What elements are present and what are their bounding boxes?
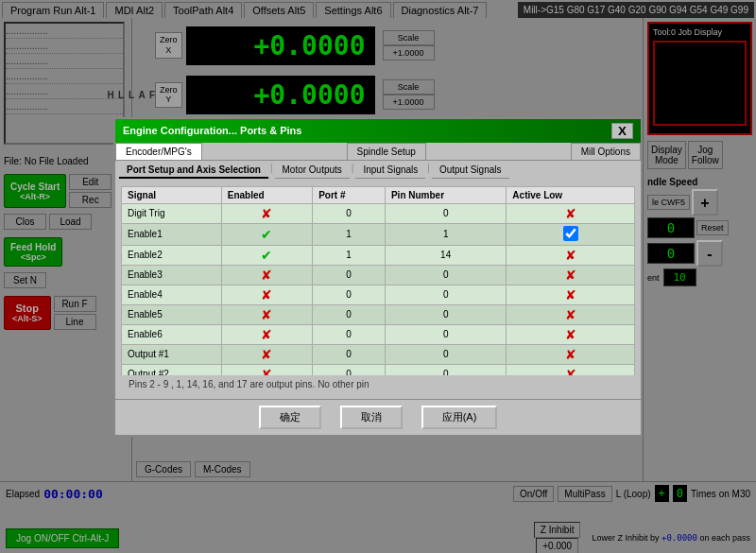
modal-apply-button[interactable]: 应用(A) — [421, 406, 498, 429]
modal-title-bar: Engine Configuration... Ports & Pins X — [115, 119, 641, 143]
signal-pin: 0 — [385, 203, 506, 223]
signal-name: Output #1 — [122, 344, 222, 364]
signal-port: 1 — [313, 245, 386, 265]
modal-subtab-motor[interactable]: Motor Outputs — [275, 163, 350, 179]
signal-enabled[interactable]: ✘ — [221, 304, 312, 324]
modal-content: Signal Enabled Port # Pin Number Active … — [115, 181, 641, 399]
signal-port: 0 — [313, 324, 386, 344]
signal-port: 0 — [313, 265, 386, 285]
check-red-icon: ✘ — [261, 287, 272, 302]
modal-subtab-input[interactable]: Input Signals — [355, 163, 425, 179]
signal-pin: 0 — [385, 265, 506, 285]
check-red-icon: ✘ — [565, 367, 576, 375]
signal-pin: 0 — [385, 285, 506, 304]
modal-tab-bar: Encoder/MPG's Spindle Setup Mill Options — [115, 143, 641, 161]
signal-enabled[interactable]: ✔ — [221, 245, 312, 265]
signal-active-low[interactable]: ✘ — [507, 364, 635, 375]
signal-port: 0 — [313, 285, 386, 304]
signal-port: 0 — [313, 364, 386, 375]
check-red-icon: ✘ — [565, 287, 576, 302]
signal-name: Enable5 — [122, 304, 222, 324]
signal-active-low[interactable]: ✘ — [507, 304, 635, 324]
col-enabled: Enabled — [221, 186, 312, 203]
table-row: Enable6✘00✘ — [122, 324, 635, 344]
check-red-icon: ✘ — [565, 248, 576, 263]
signal-pin: 0 — [385, 344, 506, 364]
check-green-icon: ✔ — [261, 227, 272, 242]
signal-name: Enable4 — [122, 285, 222, 304]
modal-tab-spindle[interactable]: Spindle Setup — [347, 143, 426, 160]
signal-pin: 14 — [385, 245, 506, 265]
table-row: Enable4✘00✘ — [122, 285, 635, 304]
signal-name: Digit Trig — [122, 203, 222, 223]
signal-active-low[interactable]: ✘ — [507, 324, 635, 344]
check-red-icon: ✘ — [261, 307, 272, 322]
signal-name: Enable2 — [122, 245, 222, 265]
table-row: Enable2✔114✘ — [122, 245, 635, 265]
signal-active-low[interactable]: ✘ — [507, 203, 635, 223]
check-red-icon: ✘ — [565, 327, 576, 342]
check-red-icon: ✘ — [565, 307, 576, 322]
check-red-icon: ✘ — [261, 268, 272, 283]
signal-name: Output #2 — [122, 364, 222, 375]
modal-ok-button[interactable]: 确定 — [259, 406, 321, 429]
modal-overlay: Engine Configuration... Ports & Pins X E… — [0, 0, 756, 553]
signal-pin: 0 — [385, 324, 506, 344]
table-row: Enable3✘00✘ — [122, 265, 635, 285]
signal-active-low[interactable] — [507, 223, 635, 245]
signal-pin: 0 — [385, 304, 506, 324]
signal-pin: 0 — [385, 364, 506, 375]
signal-name: Enable1 — [122, 223, 222, 245]
col-port: Port # — [313, 186, 386, 203]
signal-active-low[interactable]: ✘ — [507, 344, 635, 364]
signal-enabled[interactable]: ✘ — [221, 344, 312, 364]
col-pin: Pin Number — [385, 186, 506, 203]
signal-active-low[interactable]: ✘ — [507, 265, 635, 285]
signal-active-low[interactable]: ✘ — [507, 245, 635, 265]
signal-enabled[interactable]: ✘ — [221, 285, 312, 304]
modal-hint: Pins 2 - 9 , 1, 14, 16, and 17 are outpu… — [121, 375, 635, 393]
signal-enabled[interactable]: ✔ — [221, 223, 312, 245]
signal-enabled[interactable]: ✘ — [221, 265, 312, 285]
check-red-icon: ✘ — [261, 327, 272, 342]
check-red-icon: ✘ — [261, 206, 272, 221]
modal-subtab-bar: Port Setup and Axis Selection | Motor Ou… — [115, 161, 641, 181]
modal-tab-encoder[interactable]: Encoder/MPG's — [115, 143, 202, 160]
check-green-icon: ✔ — [261, 248, 272, 263]
signal-port: 0 — [313, 203, 386, 223]
active-low-checkbox[interactable] — [542, 226, 599, 241]
signal-enabled[interactable]: ✘ — [221, 324, 312, 344]
signal-name: Enable6 — [122, 324, 222, 344]
col-active-low: Active Low — [507, 186, 635, 203]
check-red-icon: ✘ — [565, 268, 576, 283]
modal-subtab-port-setup[interactable]: Port Setup and Axis Selection — [119, 163, 268, 179]
check-red-icon: ✘ — [565, 347, 576, 362]
modal-tab-mill[interactable]: Mill Options — [571, 143, 641, 160]
modal-dialog: Engine Configuration... Ports & Pins X E… — [113, 117, 643, 437]
modal-cancel-button[interactable]: 取消 — [340, 406, 403, 429]
signal-enabled[interactable]: ✘ — [221, 364, 312, 375]
table-row: Enable5✘00✘ — [122, 304, 635, 324]
table-row: Enable1✔11 — [122, 223, 635, 245]
check-red-icon: ✘ — [261, 367, 272, 375]
modal-buttons: 确定 取消 应用(A) — [115, 399, 641, 435]
modal-title-text: Engine Configuration... Ports & Pins — [123, 125, 301, 136]
signal-table-wrap[interactable]: Signal Enabled Port # Pin Number Active … — [121, 186, 635, 375]
signal-active-low[interactable]: ✘ — [507, 285, 635, 304]
signal-port: 0 — [313, 344, 386, 364]
signal-pin: 1 — [385, 223, 506, 245]
signal-table: Signal Enabled Port # Pin Number Active … — [121, 186, 635, 375]
table-row: Output #1✘00✘ — [122, 344, 635, 364]
table-row: Output #2✘00✘ — [122, 364, 635, 375]
modal-close-button[interactable]: X — [611, 123, 633, 139]
check-red-icon: ✘ — [565, 206, 576, 221]
signal-enabled[interactable]: ✘ — [221, 203, 312, 223]
check-red-icon: ✘ — [261, 347, 272, 362]
table-row: Digit Trig✘00✘ — [122, 203, 635, 223]
signal-port: 0 — [313, 304, 386, 324]
signal-name: Enable3 — [122, 265, 222, 285]
signal-port: 1 — [313, 223, 386, 245]
modal-subtab-output[interactable]: Output Signals — [432, 163, 509, 179]
col-signal: Signal — [122, 186, 222, 203]
